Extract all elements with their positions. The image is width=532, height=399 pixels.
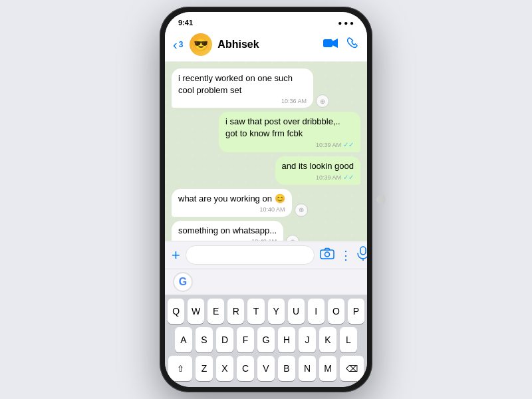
- message-input[interactable]: [186, 245, 315, 265]
- message-row-1: i recently worked on one such cool probl…: [172, 68, 360, 108]
- bubble-4-time: 10:40 AM: [260, 205, 285, 213]
- bubble-3: and its lookin good 10:39 AM ✓✓: [275, 156, 360, 185]
- key-v[interactable]: V: [257, 356, 275, 381]
- key-p[interactable]: P: [348, 299, 364, 324]
- key-h[interactable]: H: [278, 327, 295, 352]
- bubble-5-time: 10:40 AM: [251, 237, 277, 241]
- key-u[interactable]: U: [288, 299, 305, 324]
- react-btn-1[interactable]: ⊕: [316, 94, 329, 108]
- plus-button[interactable]: +: [172, 248, 180, 263]
- key-shift[interactable]: ⇧: [168, 356, 192, 381]
- bubble-1-text: i recently worked on one such cool probl…: [178, 72, 307, 96]
- phone-frame: 9:41 ● ● ● ‹ 3 😎 Abhisek: [160, 7, 372, 392]
- key-s[interactable]: S: [196, 327, 213, 352]
- contact-name[interactable]: Abhisek: [217, 39, 323, 51]
- back-button[interactable]: ‹ 3: [173, 37, 183, 53]
- message-row-2: i saw that post over dribbble,.. got to …: [172, 112, 360, 152]
- key-e[interactable]: E: [207, 299, 224, 324]
- keyboard-row-2: A S D F G H J K L: [168, 327, 364, 352]
- svg-marker-1: [332, 39, 338, 48]
- bubble-2: i saw that post over dribbble,.. got to …: [219, 112, 360, 152]
- back-badge: 3: [179, 40, 184, 49]
- bubble-4-text: what are you working on 😊: [178, 193, 285, 205]
- react-btn-5[interactable]: ⊕: [286, 235, 299, 241]
- google-g-icon[interactable]: G: [173, 272, 193, 292]
- chat-area: i recently worked on one such cool probl…: [165, 62, 367, 241]
- message-row-4: what are you working on 😊 10:40 AM ⊕: [172, 189, 360, 217]
- video-call-icon[interactable]: [323, 38, 338, 52]
- bubble-3-time: 10:39 AM: [316, 174, 341, 182]
- status-bar: 9:41 ● ● ●: [165, 12, 367, 29]
- keyboard-row-1: Q W E R T Y U I O P: [168, 299, 364, 324]
- bubble-3-ticks: ✓✓: [343, 173, 354, 182]
- bubble-4: what are you working on 😊 10:40 AM: [172, 189, 292, 217]
- avatar: 😎: [190, 33, 212, 56]
- key-l[interactable]: L: [340, 327, 357, 352]
- bubble-2-ticks: ✓✓: [343, 140, 354, 150]
- key-d[interactable]: D: [216, 327, 233, 352]
- phone-screen: 9:41 ● ● ● ‹ 3 😎 Abhisek: [165, 12, 367, 387]
- chat-header: ‹ 3 😎 Abhisek: [165, 29, 367, 62]
- bubble-5-text: something on whatsapp...: [178, 225, 277, 237]
- key-m[interactable]: M: [319, 356, 336, 381]
- key-q[interactable]: Q: [168, 299, 184, 324]
- key-c[interactable]: C: [237, 356, 254, 381]
- mic-icon[interactable]: [357, 246, 367, 264]
- bubble-5: something on whatsapp... 10:40 AM: [172, 221, 283, 241]
- svg-point-3: [325, 252, 329, 257]
- key-o[interactable]: O: [328, 299, 344, 324]
- back-chevron: ‹: [173, 37, 178, 53]
- svg-rect-2: [321, 250, 334, 259]
- bubble-2-time: 10:39 AM: [316, 141, 341, 149]
- react-btn-4[interactable]: ⊕: [295, 203, 308, 217]
- key-r[interactable]: R: [227, 299, 244, 324]
- status-time: 9:41: [178, 19, 193, 27]
- key-x[interactable]: X: [216, 356, 233, 381]
- key-z[interactable]: Z: [196, 356, 213, 381]
- key-a[interactable]: A: [175, 327, 192, 352]
- keyboard: Q W E R T Y U I O P A S D F G H J K L: [165, 295, 367, 387]
- key-i[interactable]: I: [308, 299, 325, 324]
- header-icons: [323, 37, 359, 53]
- dots-icon[interactable]: ⋮: [340, 248, 352, 263]
- key-w[interactable]: W: [188, 299, 204, 324]
- message-row-3: and its lookin good 10:39 AM ✓✓: [172, 156, 360, 185]
- key-g[interactable]: G: [257, 327, 275, 352]
- key-f[interactable]: F: [237, 327, 254, 352]
- phone-call-icon[interactable]: [347, 37, 359, 53]
- keyboard-row-3: ⇧ Z X C V B N M ⌫: [168, 356, 364, 381]
- key-y[interactable]: Y: [268, 299, 285, 324]
- bubble-3-text: and its lookin good: [282, 160, 354, 172]
- input-bar: + ⋮: [165, 241, 367, 269]
- svg-rect-4: [360, 247, 366, 255]
- key-backspace[interactable]: ⌫: [340, 356, 364, 381]
- scroll-indicator: [376, 195, 386, 204]
- bubble-1-time: 10:36 AM: [281, 97, 307, 105]
- message-row-5: something on whatsapp... 10:40 AM ⊕: [172, 221, 360, 241]
- key-b[interactable]: B: [278, 356, 295, 381]
- key-n[interactable]: N: [299, 356, 316, 381]
- avatar-emoji: 😎: [194, 37, 208, 52]
- svg-rect-0: [323, 39, 332, 47]
- camera-icon[interactable]: [320, 247, 334, 263]
- key-j[interactable]: J: [299, 327, 316, 352]
- key-k[interactable]: K: [319, 327, 336, 352]
- bubble-2-text: i saw that post over dribbble,.. got to …: [225, 116, 354, 139]
- key-t[interactable]: T: [247, 299, 264, 324]
- status-battery: ● ● ●: [338, 19, 354, 27]
- google-bar: G: [165, 269, 367, 295]
- bubble-1: i recently worked on one such cool probl…: [172, 68, 313, 108]
